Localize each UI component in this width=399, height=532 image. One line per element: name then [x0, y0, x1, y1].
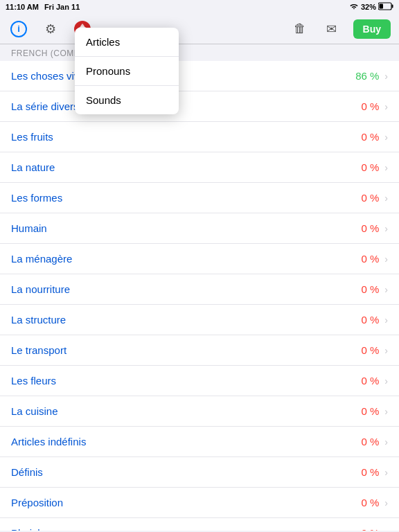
item-label: La série diverse	[11, 100, 361, 112]
item-percent: 0 %	[361, 131, 379, 143]
item-label: Le transport	[11, 344, 361, 356]
chevron-right-icon: ›	[384, 528, 388, 531]
item-label: Les fleurs	[11, 375, 361, 387]
list-item[interactable]: La série diverse0 %›	[0, 91, 399, 122]
list-item[interactable]: La nourriture0 %›	[0, 274, 399, 305]
chevron-right-icon: ›	[384, 314, 388, 326]
item-percent: 0 %	[361, 283, 379, 295]
section-header: FRENCH (COMPLETE)	[0, 44, 399, 61]
item-percent: 0 %	[361, 497, 379, 508]
list-item[interactable]: Les fruits0 %›	[0, 122, 399, 152]
chevron-right-icon: ›	[384, 497, 388, 508]
chevron-right-icon: ›	[384, 467, 388, 478]
item-label: Les fruits	[11, 131, 361, 143]
battery-text: 32%	[361, 3, 376, 11]
status-date: Fri Jan 11	[44, 3, 80, 11]
item-percent: 0 %	[361, 527, 379, 531]
item-percent: 0 %	[361, 405, 379, 417]
item-label: La structure	[11, 314, 361, 326]
mail-button[interactable]: ✉	[321, 19, 342, 39]
list-item[interactable]: La nature0 %›	[0, 152, 399, 183]
dropdown-item-sounds[interactable]: Sounds	[75, 86, 179, 114]
item-label: Humain	[11, 222, 361, 234]
chevron-right-icon: ›	[384, 223, 388, 234]
item-percent: 0 %	[361, 344, 379, 356]
item-percent: 0 %	[361, 436, 379, 447]
status-bar: 11:10 AM Fri Jan 11 32%	[0, 0, 399, 14]
dropdown-item-pronouns[interactable]: Pronouns	[75, 57, 179, 86]
list-item[interactable]: Les choses vivant86 %›	[0, 61, 399, 91]
item-percent: 0 %	[361, 314, 379, 326]
chevron-right-icon: ›	[384, 284, 388, 295]
svg-rect-2	[380, 4, 384, 9]
buy-button[interactable]: Buy	[353, 19, 391, 39]
item-percent: 0 %	[361, 192, 379, 204]
dropdown-menu: Articles Pronouns Sounds	[75, 28, 179, 114]
chevron-right-icon: ›	[384, 254, 388, 265]
item-percent: 86 %	[355, 70, 379, 82]
list-item[interactable]: La cuisine0 %›	[0, 396, 399, 427]
item-label: Pluriel	[11, 527, 361, 531]
item-percent: 0 %	[361, 100, 379, 112]
item-label: Définis	[11, 466, 361, 478]
chevron-right-icon: ›	[384, 375, 388, 387]
status-time: 11:10 AM	[6, 3, 39, 11]
chevron-right-icon: ›	[384, 406, 388, 417]
item-percent: 0 %	[361, 222, 379, 234]
list-item[interactable]: Les fleurs0 %›	[0, 366, 399, 396]
item-label: Les choses vivant	[11, 70, 355, 82]
chevron-right-icon: ›	[384, 193, 388, 204]
list-item[interactable]: La ménagère0 %›	[0, 244, 399, 274]
wifi-icon	[349, 2, 359, 12]
item-label: La nourriture	[11, 283, 361, 295]
list-item[interactable]: Préposition0 %›	[0, 488, 399, 518]
chevron-right-icon: ›	[384, 345, 388, 356]
info-button[interactable]: i	[8, 19, 29, 39]
item-percent: 0 %	[361, 253, 379, 265]
item-label: La ménagère	[11, 253, 361, 265]
tools-button[interactable]: ⚙	[40, 19, 61, 39]
trash-button[interactable]: 🗑	[290, 19, 310, 39]
list-item[interactable]: Définis0 %›	[0, 457, 399, 488]
battery-icon	[378, 2, 393, 12]
item-label: Préposition	[11, 497, 361, 508]
chevron-right-icon: ›	[384, 436, 388, 447]
chevron-right-icon: ›	[384, 71, 388, 82]
toolbar: i ⚙ 🗑 ✉ Buy	[0, 14, 399, 44]
dropdown-item-articles[interactable]: Articles	[75, 28, 179, 57]
chevron-right-icon: ›	[384, 132, 388, 143]
item-percent: 0 %	[361, 161, 379, 173]
item-label: Articles indéfinis	[11, 436, 361, 447]
list-item[interactable]: Les formes0 %›	[0, 183, 399, 213]
list-item[interactable]: La structure0 %›	[0, 305, 399, 335]
item-label: Les formes	[11, 192, 361, 204]
list-item[interactable]: Articles indéfinis0 %›	[0, 427, 399, 457]
item-percent: 0 %	[361, 375, 379, 387]
item-label: La nature	[11, 161, 361, 173]
chevron-right-icon: ›	[384, 162, 388, 173]
svg-rect-1	[392, 5, 393, 8]
item-percent: 0 %	[361, 466, 379, 478]
chevron-right-icon: ›	[384, 101, 388, 112]
list-item[interactable]: Le transport0 %›	[0, 335, 399, 366]
lesson-list: Les choses vivant86 %›La série diverse0 …	[0, 61, 399, 531]
list-item[interactable]: Pluriel0 %›	[0, 518, 399, 531]
item-label: La cuisine	[11, 405, 361, 417]
list-item[interactable]: Humain0 %›	[0, 213, 399, 244]
